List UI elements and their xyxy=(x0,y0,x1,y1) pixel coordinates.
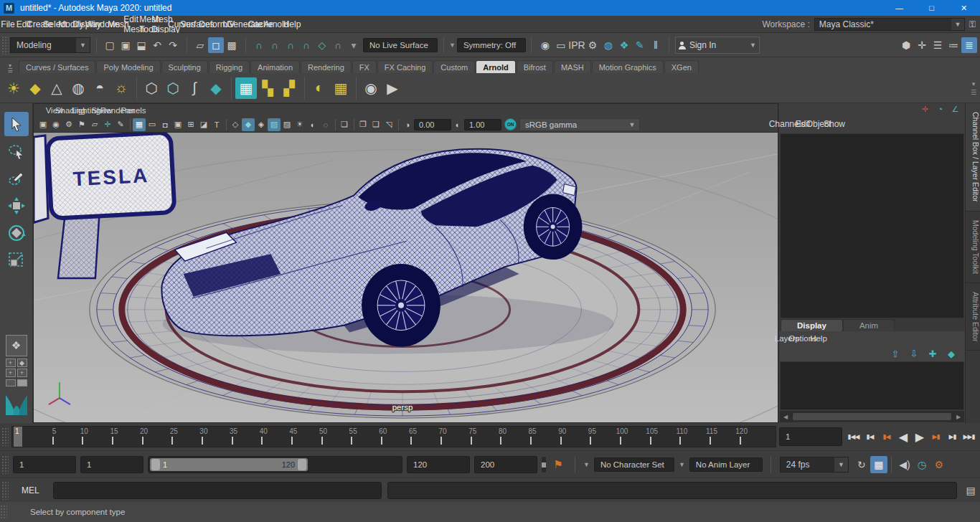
new-scene-icon[interactable]: ▢ xyxy=(102,37,118,53)
chevron-down-icon[interactable]: ▼ xyxy=(951,19,964,30)
shelf-tab-1[interactable]: Poly Modeling xyxy=(96,60,160,73)
field-chart-icon[interactable]: ⊞ xyxy=(184,118,197,131)
select-hierarchy-icon[interactable]: ▱ xyxy=(192,37,208,53)
modeling-toolkit-toggle-icon[interactable]: ⬢ xyxy=(898,37,914,53)
redo-icon[interactable]: ↷ xyxy=(165,37,181,53)
layer-editor-tab-1[interactable]: Anim xyxy=(843,319,895,331)
pane-layout-icon[interactable]: ❏ xyxy=(369,118,382,131)
scroll-right-icon[interactable]: ▶ xyxy=(953,414,964,420)
shelf-tab-8[interactable]: Custom xyxy=(433,60,475,73)
section-grip[interactable] xyxy=(1,427,9,446)
render-settings-icon[interactable]: ⚙ xyxy=(585,37,600,53)
chevron-down-icon[interactable]: ▼ xyxy=(679,461,685,468)
make-live-icon[interactable]: ∩ xyxy=(330,37,346,53)
color-management-toggle[interactable]: ON xyxy=(504,118,517,130)
exposure-field[interactable]: 0.00 xyxy=(414,119,451,130)
viewport-canvas[interactable]: TESLA xyxy=(34,133,778,422)
panel-menu-5[interactable]: Panels xyxy=(126,103,141,118)
select-object-icon[interactable]: ◻ xyxy=(208,37,224,53)
render-setup-icon[interactable]: ❖ xyxy=(616,37,632,53)
speed-state-icon[interactable]: ◔ xyxy=(935,104,946,114)
step-back-frame-button[interactable]: ▮◀ xyxy=(862,428,878,445)
wireframe-mode-icon[interactable]: ◇ xyxy=(229,118,242,131)
select-tool[interactable] xyxy=(4,112,29,136)
playback-speed-slider[interactable] xyxy=(542,457,546,473)
playback-loop-icon[interactable]: ↻ xyxy=(853,456,870,473)
arnold-export-standin-icon[interactable]: ⬡ xyxy=(162,77,184,99)
arnold-photometric-light-icon[interactable]: △ xyxy=(46,77,67,99)
section-grip[interactable] xyxy=(1,481,9,500)
current-time-field[interactable]: 1 xyxy=(779,427,842,446)
command-input[interactable] xyxy=(53,482,382,499)
safe-title-icon[interactable]: T xyxy=(210,118,223,131)
gamma-field[interactable]: 1.00 xyxy=(464,119,501,130)
two-pane-layout-button[interactable] xyxy=(6,379,27,386)
section-grip[interactable] xyxy=(0,505,7,519)
checker-icon[interactable]: ▨ xyxy=(281,118,293,131)
arnold-render-view-icon[interactable]: ▦ xyxy=(235,77,257,99)
snap-options-arrow-icon[interactable]: ▾ xyxy=(346,37,362,53)
snap-to-view-plane-icon[interactable]: ◇ xyxy=(314,37,330,53)
step-forward-frame-button[interactable]: ▶▮ xyxy=(944,428,961,445)
perspective-viewport[interactable]: ViewShadingLightingShowRendererPanels ▣◉… xyxy=(33,103,778,423)
play-forward-button[interactable]: ▶ xyxy=(911,428,928,445)
paint-effects-icon[interactable]: ✎ xyxy=(632,37,648,53)
bookmark-create-icon[interactable]: ⚑ xyxy=(550,457,566,473)
image-plane-icon[interactable]: ▱ xyxy=(88,118,101,131)
chevron-down-icon[interactable]: ▼ xyxy=(449,42,456,49)
shelf-overflow-icon[interactable]: ▾☰ xyxy=(971,80,980,96)
four-pane-layout-button[interactable]: +◆++ xyxy=(6,359,27,377)
arnold-light-filter-icon[interactable]: ◐ xyxy=(308,77,330,99)
shelf-tab-4[interactable]: Animation xyxy=(250,60,300,73)
fps-dropdown[interactable]: 24 fps ▼ xyxy=(780,457,849,473)
shelf-tab-7[interactable]: FX Caching xyxy=(377,60,433,73)
hyperbolic-graph-icon[interactable]: ∠ xyxy=(950,104,961,114)
tool-settings-toggle-icon[interactable]: ≔ xyxy=(946,37,961,53)
snap-to-projected-center-icon[interactable]: ∩ xyxy=(298,37,314,53)
layer-scrollbar[interactable]: ◀ ▶ xyxy=(780,411,964,422)
pan-zoom-2d-icon[interactable]: ✛ xyxy=(101,118,114,131)
single-pane-layout-button[interactable]: ❖ xyxy=(6,335,27,356)
mute-sound-icon[interactable]: ◀) xyxy=(896,456,913,473)
menu-0[interactable]: File xyxy=(0,16,16,32)
save-scene-icon[interactable]: ⬓ xyxy=(133,37,149,53)
ipr-render-icon[interactable]: IPR xyxy=(569,37,585,53)
camera-attributes-icon[interactable]: ⚙ xyxy=(62,118,75,131)
select-camera-icon[interactable]: ▣ xyxy=(37,118,50,131)
safe-action-icon[interactable]: ◪ xyxy=(197,118,210,131)
arnold-flush-texture-cache-icon[interactable]: ▞ xyxy=(278,77,300,99)
shadows-icon[interactable]: ◐ xyxy=(306,118,319,131)
shelf-tab-13[interactable]: XGen xyxy=(664,60,699,73)
manipulator-icon[interactable]: ✛ xyxy=(920,104,930,114)
playback-start-field[interactable]: 1 xyxy=(80,456,143,473)
menu-set-dropdown[interactable]: Modeling ▼ xyxy=(10,37,90,53)
separate-panes-icon[interactable]: ❐ xyxy=(357,118,369,131)
arnold-skydome-light-icon[interactable]: ◍ xyxy=(67,77,89,99)
arnold-curve-collector-icon[interactable]: ∫ xyxy=(184,77,205,99)
chevron-down-icon[interactable]: ▼ xyxy=(583,461,590,468)
use-all-lights-icon[interactable]: ☀ xyxy=(293,118,306,131)
shelf-menu-icon[interactable]: ▾☰ xyxy=(1,63,19,73)
channel-box-list[interactable] xyxy=(780,133,964,318)
isolate-select-icon[interactable]: ❏ xyxy=(338,118,351,131)
open-render-view-icon[interactable]: ◉ xyxy=(537,37,553,53)
close-button[interactable]: ✕ xyxy=(948,0,980,16)
arnold-create-standin-icon[interactable]: ⬡ xyxy=(141,77,162,99)
view-transform-dropdown[interactable]: sRGB gamma ▼ xyxy=(519,118,640,131)
grid-toggle-icon[interactable]: ▦ xyxy=(133,118,146,131)
arnold-play-sequence-icon[interactable]: ▶ xyxy=(382,77,403,99)
live-surface-field[interactable]: No Live Surface xyxy=(363,38,438,52)
symmetry-field[interactable]: Symmetry: Off xyxy=(457,38,526,52)
animation-preferences-icon[interactable]: ⚙ xyxy=(930,456,948,473)
workspace-dropdown[interactable]: Maya Classic* ▼ xyxy=(814,18,965,31)
pause-viewport-icon[interactable]: ‖ xyxy=(648,37,664,53)
humanik-toggle-icon[interactable]: ✛ xyxy=(914,37,930,53)
arnold-light-portal-icon[interactable]: ◓ xyxy=(89,77,110,99)
sign-in-dropdown[interactable]: Sign In ▼ xyxy=(675,37,760,54)
layer-menu-1[interactable]: Options xyxy=(795,331,811,346)
arnold-physical-sky-icon[interactable]: ☼ xyxy=(110,77,132,99)
range-end-handle[interactable] xyxy=(298,459,306,470)
shelf-tab-12[interactable]: Motion Graphics xyxy=(592,60,664,73)
go-to-end-button[interactable]: ▶▶▮ xyxy=(961,428,977,445)
menu-13[interactable]: Deform xyxy=(205,16,221,32)
